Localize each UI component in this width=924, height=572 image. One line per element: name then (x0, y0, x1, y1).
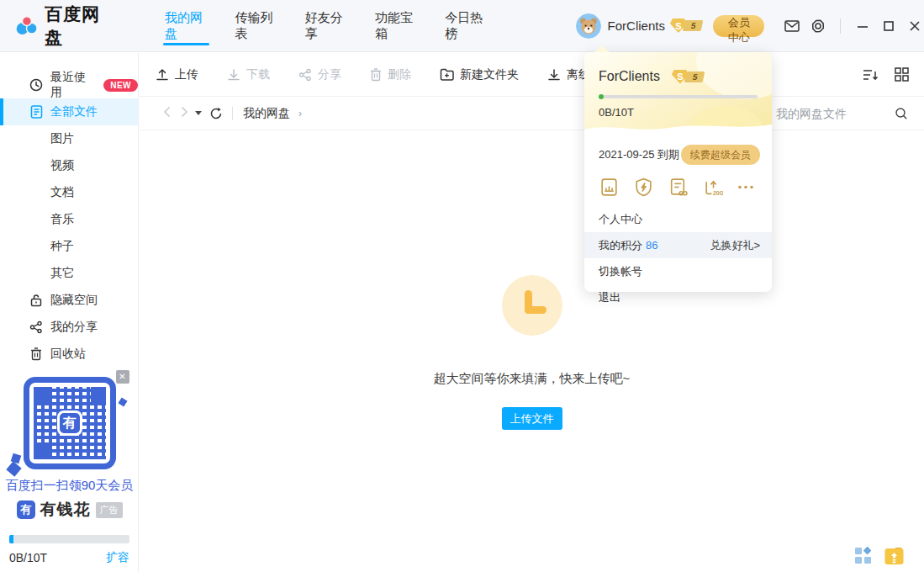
tab-my-drive[interactable]: 我的网盘 (151, 0, 221, 52)
popup-storage-usage: 0B/10T (599, 106, 772, 119)
bear-avatar-icon (576, 13, 601, 39)
tab-toolbox[interactable]: 功能宝箱 (362, 0, 431, 52)
qr-brand-mark: 有 (57, 410, 82, 436)
sidebar-item-others[interactable]: 其它 (0, 260, 138, 287)
refresh-icon[interactable] (207, 104, 225, 123)
minimize-button[interactable] (853, 17, 872, 35)
sidebar-item-label: 最近使用 (50, 70, 97, 100)
empty-clock-icon (502, 275, 562, 336)
menu-item-points[interactable]: 我的积分 86 兑换好礼> (584, 232, 772, 258)
ad-brand-row: 有 有钱花 广告 (0, 499, 139, 521)
path-separator (232, 107, 233, 120)
video-speed-icon[interactable] (599, 177, 620, 198)
storage-progressbar (9, 535, 129, 543)
cube-decoration (118, 397, 127, 406)
cube-decoration (6, 461, 21, 476)
breadcrumb-chevron-icon: › (298, 108, 302, 119)
download-accelerate-icon[interactable] (633, 177, 654, 198)
popup-arrow (594, 45, 610, 52)
qr-close-button[interactable]: ✕ (116, 370, 129, 384)
file-icon (29, 105, 43, 119)
upload-20g-icon[interactable]: 20G (702, 177, 723, 198)
close-icon (909, 20, 921, 32)
sort-icon[interactable] (862, 66, 880, 84)
tab-friend-share[interactable]: 好友分享 (292, 0, 362, 52)
sidebar-item-my-shares[interactable]: 我的分享 (0, 314, 138, 341)
clock-icon (29, 78, 43, 92)
avatar[interactable] (576, 13, 601, 39)
view-controls (862, 66, 911, 84)
redeem-gifts-link[interactable]: 兑换好礼> (710, 238, 760, 253)
mail-icon[interactable] (783, 17, 801, 35)
breadcrumb[interactable]: 我的网盘 (243, 106, 290, 121)
expiry-text: 2021-09-25 到期 (599, 147, 679, 162)
tab-hot-list[interactable]: 今日热榜 (431, 0, 501, 52)
popup-storage-progressbar (599, 95, 758, 98)
history-dropdown-caret-icon[interactable] (195, 111, 202, 115)
sidebar-item-hidden-space[interactable]: 隐藏空间 (0, 287, 138, 314)
floating-shortcuts (853, 546, 904, 566)
search-area (776, 104, 911, 123)
expand-storage-link[interactable]: 扩容 (106, 550, 129, 565)
new-folder-icon (440, 68, 454, 81)
download-icon (227, 68, 240, 82)
toolbar: 上传 下载 分享 删除 新建文件夹 离线下载 (140, 53, 924, 97)
search-icon[interactable] (892, 104, 911, 123)
back-icon (163, 106, 171, 118)
sidebar-item-label: 我的分享 (50, 320, 98, 335)
sidebar-item-torrents[interactable]: 种子 (0, 233, 138, 260)
renew-svip-button[interactable]: 续费超级会员 (681, 145, 760, 165)
sidebar-item-label: 隐藏空间 (50, 293, 98, 308)
maximize-icon (883, 20, 895, 32)
app-grid-icon[interactable] (853, 546, 874, 566)
sidebar-item-documents[interactable]: 文档 (0, 179, 138, 206)
storage-status: 0B/10T 扩容 (9, 535, 129, 565)
sidebar-item-recycle-bin[interactable]: 回收站 (0, 341, 138, 368)
close-button[interactable] (906, 17, 924, 35)
files-area: 超大空间等你来填满，快来上传吧~ 上传文件 (140, 130, 924, 571)
sidebar-item-all-files[interactable]: 全部文件 (0, 98, 138, 125)
search-input[interactable] (776, 107, 885, 120)
share-icon (298, 68, 312, 82)
upload-icon (156, 68, 169, 82)
sidebar-item-music[interactable]: 音乐 (0, 206, 138, 233)
delete-trash-icon (370, 68, 382, 82)
main-content: 上传 下载 分享 删除 新建文件夹 离线下载 (140, 53, 924, 572)
member-center-button[interactable]: 会员中心 (713, 15, 764, 37)
sidebar-item-recent[interactable]: 最近使用 NEW (0, 72, 138, 98)
upload-file-button[interactable]: 上传文件 (502, 407, 562, 430)
tab-transfer-list[interactable]: 传输列表 (221, 0, 291, 52)
brand-logo-icon: 有 (17, 500, 35, 519)
trash-icon (29, 347, 43, 361)
sidebar-item-images[interactable]: 图片 (0, 125, 138, 152)
header-wave (584, 121, 772, 133)
forward-button[interactable] (176, 106, 193, 120)
upload-button[interactable]: 上传 (156, 67, 198, 82)
back-button[interactable] (158, 106, 176, 120)
sidebar-item-videos[interactable]: 视频 (0, 152, 138, 179)
storage-progress-fill (9, 535, 13, 543)
settings-gear-icon[interactable] (809, 17, 827, 35)
new-folder-button[interactable]: 新建文件夹 (440, 67, 519, 82)
main-tabs: 我的网盘 传输列表 好友分享 功能宝箱 今日热榜 (151, 0, 501, 52)
view-grid-icon[interactable] (892, 66, 911, 84)
sidebar-item-label: 全部文件 (50, 104, 98, 119)
new-badge: NEW (103, 79, 138, 92)
menu-item-logout[interactable]: 退出 (584, 284, 772, 310)
more-privileges-icon[interactable] (737, 177, 755, 198)
username[interactable]: ForClients (608, 19, 665, 33)
delete-button[interactable]: 删除 (370, 67, 411, 82)
download-button[interactable]: 下载 (227, 67, 270, 82)
menu-item-switch-account[interactable]: 切换帐号 (584, 258, 772, 284)
share-button[interactable]: 分享 (298, 67, 341, 82)
upload-folder-icon[interactable] (884, 546, 904, 566)
points-label: 我的积分 (599, 238, 642, 253)
menu-item-profile[interactable]: 个人中心 (584, 206, 772, 232)
offline-download-icon (547, 68, 561, 82)
expiry-row: 2021-09-25 到期 续费超级会员 (584, 133, 772, 165)
large-file-list-icon[interactable] (668, 177, 689, 198)
user-area[interactable]: ForClients S 5 会员中心 (576, 13, 764, 39)
maximize-button[interactable] (879, 17, 898, 35)
storage-usage: 0B/10T (9, 551, 47, 564)
share-icon (29, 320, 43, 334)
